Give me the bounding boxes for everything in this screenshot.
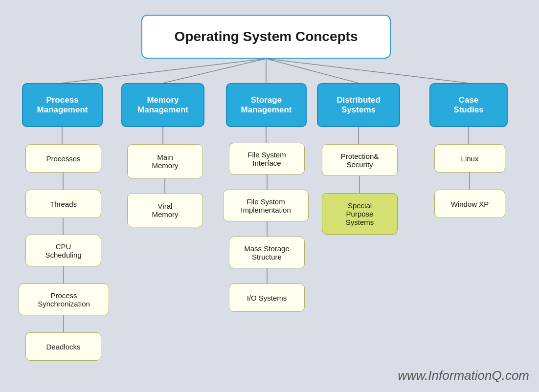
node-cpu-scheduling: CPUScheduling xyxy=(25,235,101,266)
node-special-purpose: SpecialPurposeSystems xyxy=(322,193,398,235)
watermark: www.InformationQ.com xyxy=(398,368,529,383)
node-threads: Threads xyxy=(25,190,101,218)
root-node: Operating System Concepts xyxy=(141,15,391,59)
node-deadlocks: Deadlocks xyxy=(25,332,101,361)
node-file-system-impl: File SystemImplementation xyxy=(223,190,309,221)
node-process-sync: ProcessSynchronization xyxy=(19,283,109,315)
node-linux: Linux xyxy=(434,144,505,173)
svg-line-3 xyxy=(266,59,359,83)
node-file-system-interface: File SystemInterface xyxy=(229,143,305,174)
node-protection-security: Protection&Security xyxy=(322,144,398,176)
svg-line-4 xyxy=(266,59,469,83)
diagram: Operating System Concepts ProcessManagem… xyxy=(0,0,539,392)
node-viral-memory: ViralMemory xyxy=(127,193,203,227)
node-windows-xp: Window XP xyxy=(434,190,505,218)
svg-line-0 xyxy=(62,59,266,83)
cat-process: ProcessManagement xyxy=(22,83,103,127)
cat-memory: MemoryManagement xyxy=(121,83,204,127)
node-io-systems: I/O Systems xyxy=(229,283,305,312)
node-main-memory: MainMemory xyxy=(127,144,203,178)
cat-storage: StorageManagement xyxy=(226,83,307,127)
cat-case: CaseStudies xyxy=(429,83,508,127)
node-mass-storage: Mass StorageStructure xyxy=(229,237,305,268)
svg-line-1 xyxy=(163,59,266,83)
node-processes: Processes xyxy=(25,144,101,173)
cat-distributed: DistributedSystems xyxy=(317,83,400,127)
